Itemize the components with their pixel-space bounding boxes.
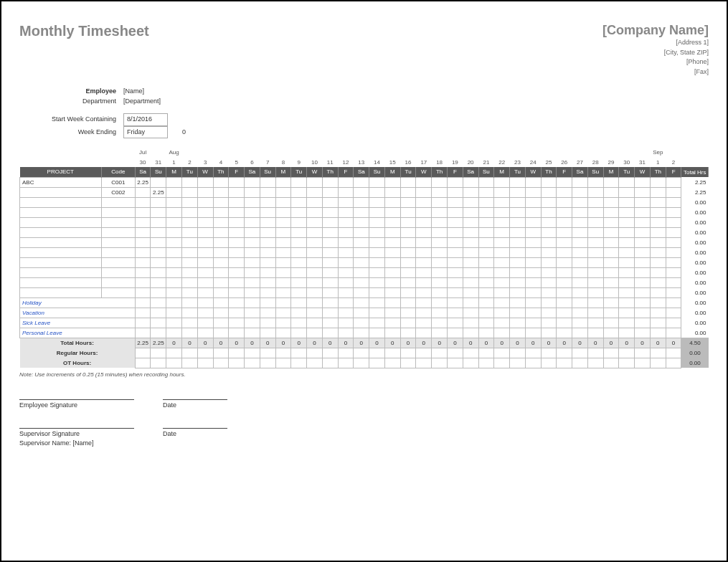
hours-cell[interactable] [650, 187, 666, 197]
hours-cell[interactable] [432, 318, 448, 328]
regular-cell[interactable] [478, 348, 494, 358]
hours-cell[interactable] [181, 177, 197, 187]
ot-cell[interactable] [494, 358, 510, 368]
hours-cell[interactable] [354, 318, 369, 328]
hours-cell[interactable] [245, 318, 260, 328]
hours-cell[interactable] [307, 207, 323, 217]
hours-cell[interactable] [338, 217, 354, 227]
hours-cell[interactable] [447, 227, 463, 237]
hours-cell[interactable] [181, 207, 197, 217]
hours-cell[interactable] [151, 237, 166, 247]
hours-cell[interactable] [197, 187, 213, 197]
hours-cell[interactable] [354, 227, 369, 237]
hours-cell[interactable] [151, 297, 166, 308]
code-cell[interactable] [102, 227, 136, 237]
hours-cell[interactable] [432, 217, 448, 227]
regular-cell[interactable] [619, 348, 635, 358]
hours-cell[interactable] [416, 328, 432, 338]
hours-cell[interactable] [650, 277, 666, 287]
hours-cell[interactable] [400, 177, 416, 187]
hours-cell[interactable] [338, 177, 354, 187]
hours-cell[interactable] [135, 227, 151, 237]
regular-cell[interactable] [587, 348, 603, 358]
hours-cell[interactable] [181, 257, 197, 267]
hours-cell[interactable] [447, 187, 463, 197]
regular-cell[interactable] [494, 348, 510, 358]
hours-cell[interactable] [541, 177, 557, 187]
hours-cell[interactable] [369, 297, 385, 308]
hours-cell[interactable] [151, 217, 166, 227]
hours-cell[interactable] [229, 227, 245, 237]
hours-cell[interactable] [400, 318, 416, 328]
hours-cell[interactable] [666, 257, 681, 267]
ot-cell[interactable] [181, 358, 197, 368]
hours-cell[interactable] [322, 217, 338, 227]
regular-cell[interactable] [151, 348, 166, 358]
hours-cell[interactable] [603, 277, 619, 287]
hours-cell[interactable] [603, 177, 619, 187]
hours-cell[interactable] [369, 308, 385, 318]
hours-cell[interactable] [619, 287, 635, 297]
hours-cell[interactable] [151, 267, 166, 277]
hours-cell[interactable] [260, 177, 275, 187]
hours-cell[interactable] [619, 318, 635, 328]
hours-cell[interactable] [181, 237, 197, 247]
hours-cell[interactable] [181, 308, 197, 318]
hours-cell[interactable] [478, 197, 494, 207]
hours-cell[interactable] [619, 177, 635, 187]
regular-cell[interactable] [291, 348, 307, 358]
hours-cell[interactable] [166, 277, 182, 287]
hours-cell[interactable] [666, 177, 681, 187]
hours-cell[interactable] [322, 267, 338, 277]
hours-cell[interactable] [432, 308, 448, 318]
hours-cell[interactable] [384, 318, 400, 328]
hours-cell[interactable] [541, 207, 557, 217]
hours-cell[interactable] [338, 237, 354, 247]
hours-cell[interactable] [572, 187, 588, 197]
code-cell[interactable] [102, 287, 136, 297]
hours-cell[interactable] [354, 297, 369, 308]
hours-cell[interactable] [416, 227, 432, 237]
project-cell[interactable] [20, 277, 102, 287]
hours-cell[interactable] [510, 217, 526, 227]
hours-cell[interactable] [603, 237, 619, 247]
hours-cell[interactable] [369, 318, 385, 328]
hours-cell[interactable] [650, 237, 666, 247]
ot-cell[interactable] [432, 358, 448, 368]
hours-cell[interactable] [275, 197, 291, 207]
hours-cell[interactable] [181, 247, 197, 257]
hours-cell[interactable] [384, 257, 400, 267]
hours-cell[interactable] [151, 287, 166, 297]
employee-signature-line[interactable]: Employee Signature [19, 399, 134, 409]
hours-cell[interactable] [307, 308, 323, 318]
hours-cell[interactable] [541, 318, 557, 328]
hours-cell[interactable] [572, 247, 588, 257]
hours-cell[interactable] [245, 297, 260, 308]
hours-cell[interactable] [135, 277, 151, 287]
hours-cell[interactable] [572, 328, 588, 338]
hours-cell[interactable] [557, 227, 572, 237]
hours-cell[interactable] [135, 207, 151, 217]
hours-cell[interactable] [494, 237, 510, 247]
hours-cell[interactable] [384, 227, 400, 237]
hours-cell[interactable] [432, 227, 448, 237]
hours-cell[interactable] [510, 247, 526, 257]
hours-cell[interactable] [369, 187, 385, 197]
hours-cell[interactable] [447, 177, 463, 187]
project-cell[interactable] [20, 257, 102, 267]
hours-cell[interactable] [494, 207, 510, 217]
hours-cell[interactable] [197, 217, 213, 227]
hours-cell[interactable] [447, 197, 463, 207]
regular-cell[interactable] [322, 348, 338, 358]
hours-cell[interactable] [494, 297, 510, 308]
hours-cell[interactable] [151, 207, 166, 217]
hours-cell[interactable] [260, 237, 275, 247]
hours-cell[interactable] [541, 297, 557, 308]
hours-cell[interactable] [650, 227, 666, 237]
hours-cell[interactable] [245, 308, 260, 318]
hours-cell[interactable] [478, 187, 494, 197]
hours-cell[interactable] [135, 308, 151, 318]
hours-cell[interactable] [260, 287, 275, 297]
hours-cell[interactable] [650, 287, 666, 297]
hours-cell[interactable] [463, 267, 478, 277]
